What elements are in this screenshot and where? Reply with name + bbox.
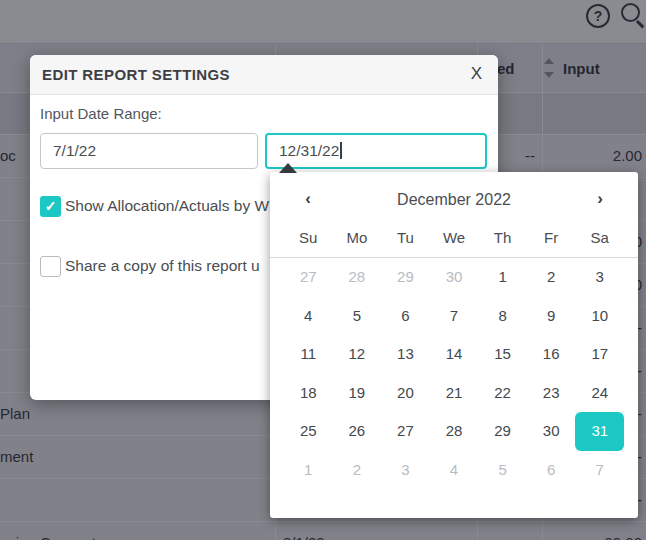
calendar-week-row: 27282930123: [284, 258, 624, 297]
weekday-label: Su: [284, 229, 333, 246]
calendar-day[interactable]: 19: [333, 374, 382, 413]
calendar-day[interactable]: 28: [430, 412, 479, 451]
calendar-day[interactable]: 30: [430, 258, 479, 297]
weekday-header-row: SuMoTuWeThFrSa: [270, 217, 638, 257]
calendar-day[interactable]: 29: [478, 412, 527, 451]
calendar-day[interactable]: 4: [284, 297, 333, 336]
calendar-day[interactable]: 3: [381, 451, 430, 490]
calendar-day[interactable]: 10: [575, 297, 624, 336]
calendar-day[interactable]: 18: [284, 374, 333, 413]
calendar-day[interactable]: 1: [478, 258, 527, 297]
calendar-week-row: 45678910: [284, 297, 624, 336]
text-caret: [340, 142, 342, 159]
weekday-label: Sa: [575, 229, 624, 246]
calendar-day[interactable]: 15: [478, 335, 527, 374]
calendar-day[interactable]: 4: [430, 451, 479, 490]
calendar-day[interactable]: 6: [527, 451, 576, 490]
calendar-day[interactable]: 16: [527, 335, 576, 374]
checkbox-checked-icon[interactable]: ✓: [40, 196, 61, 217]
show-allocation-label: Show Allocation/Actuals by W: [65, 197, 269, 215]
calendar-day[interactable]: 7: [430, 297, 479, 336]
calendar-day[interactable]: 23: [527, 374, 576, 413]
calendar-day[interactable]: 28: [333, 258, 382, 297]
calendar-day[interactable]: 1: [284, 451, 333, 490]
calendar-day[interactable]: 2: [333, 451, 382, 490]
calendar-day[interactable]: 5: [333, 297, 382, 336]
end-date-value: 12/31/22: [279, 142, 339, 159]
calendar-week-row: 1234567: [284, 451, 624, 490]
calendar-week-row: 25262728293031: [284, 412, 624, 451]
calendar-day[interactable]: 20: [381, 374, 430, 413]
calendar-day[interactable]: 8: [478, 297, 527, 336]
weekday-label: We: [430, 229, 479, 246]
calendar-day[interactable]: 13: [381, 335, 430, 374]
calendar-day[interactable]: 27: [284, 258, 333, 297]
calendar-day[interactable]: 9: [527, 297, 576, 336]
calendar-week-row: 18192021222324: [284, 374, 624, 413]
calendar-day[interactable]: 12: [333, 335, 382, 374]
weekday-label: Tu: [381, 229, 430, 246]
next-month-icon[interactable]: ›: [576, 189, 624, 209]
calendar-header: ‹ December 2022 ›: [270, 187, 638, 217]
end-date-input[interactable]: 12/31/22: [265, 133, 487, 169]
calendar-day[interactable]: 25: [284, 412, 333, 451]
calendar-day[interactable]: 29: [381, 258, 430, 297]
share-report-checkbox-row[interactable]: Share a copy of this report u: [40, 254, 260, 278]
calendar-week-row: 11121314151617: [284, 335, 624, 374]
calendar-day[interactable]: 11: [284, 335, 333, 374]
calendar-day[interactable]: 26: [333, 412, 382, 451]
calendar-day[interactable]: 22: [478, 374, 527, 413]
calendar-day[interactable]: 24: [575, 374, 624, 413]
popup-pointer-icon: [279, 163, 297, 173]
calendar-day[interactable]: 5: [478, 451, 527, 490]
calendar-day[interactable]: 3: [575, 258, 624, 297]
calendar-day-selected[interactable]: 31: [575, 412, 624, 451]
share-report-label: Share a copy of this report u: [65, 257, 260, 275]
weekday-label: Mo: [333, 229, 382, 246]
calendar-day[interactable]: 7: [575, 451, 624, 490]
screen: ? ed Input oc--2.0000----Plan--ment----e…: [0, 0, 646, 540]
calendar-day[interactable]: 17: [575, 335, 624, 374]
start-date-input[interactable]: 7/1/22: [40, 133, 258, 169]
show-allocation-checkbox-row[interactable]: ✓ Show Allocation/Actuals by W: [40, 194, 269, 218]
calendar-day[interactable]: 27: [381, 412, 430, 451]
dialog-header: EDIT REPORT SETTINGS X: [30, 55, 498, 95]
date-picker-popup: ‹ December 2022 › SuMoTuWeThFrSa 2728293…: [270, 172, 638, 518]
calendar-day[interactable]: 21: [430, 374, 479, 413]
calendar-day[interactable]: 30: [527, 412, 576, 451]
calendar-day[interactable]: 6: [381, 297, 430, 336]
dialog-title: EDIT REPORT SETTINGS: [42, 66, 230, 83]
weekday-label: Fr: [527, 229, 576, 246]
calendar-grid: 2728293012345678910111213141516171819202…: [270, 258, 638, 490]
calendar-day[interactable]: 2: [527, 258, 576, 297]
date-range-label: Input Date Range:: [40, 105, 162, 122]
weekday-label: Th: [478, 229, 527, 246]
calendar-day[interactable]: 14: [430, 335, 479, 374]
close-icon[interactable]: X: [471, 64, 482, 84]
checkbox-unchecked-icon[interactable]: [40, 256, 61, 277]
